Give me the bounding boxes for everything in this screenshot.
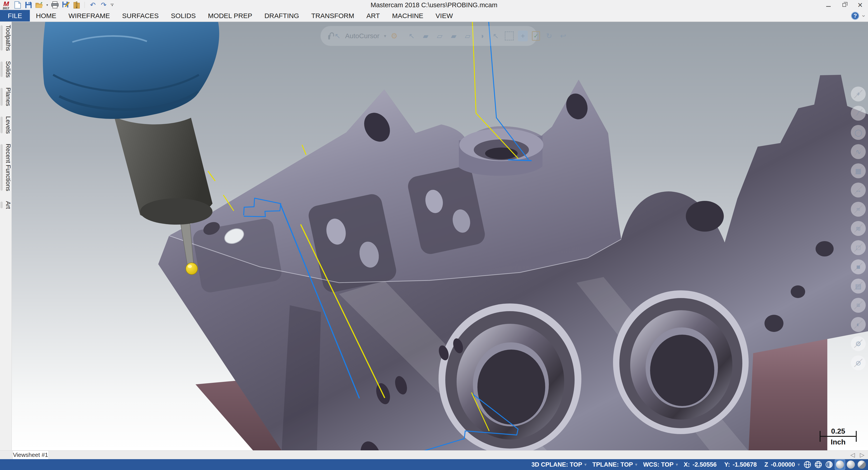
levels-icon[interactable]: ≡ [851,298,866,313]
window-controls: × [820,0,868,10]
tab-file[interactable]: FILE [0,10,30,22]
print-button[interactable] [51,1,59,9]
wcs-selector[interactable]: WCS: TOP ▾ [643,461,678,468]
select-pie-icon[interactable]: ◑ [477,31,487,41]
ribbon-tab[interactable]: MODEL PREP [202,10,258,22]
translucency-display-icon[interactable] [857,460,867,470]
display-mode-buttons [802,460,867,470]
ribbon-tabs: HOMEWIREFRAMESURFACESSOLIDSMODEL PREPDRA… [30,10,459,22]
help-button[interactable]: ? [851,12,859,20]
wireframe-display-icon[interactable] [802,460,812,470]
ribbon-tab[interactable]: TRANSFORM [305,10,360,22]
autocursor-label[interactable]: AutoCursor [345,32,379,40]
viewsheet-prev-arrow[interactable]: ◁ [850,451,855,459]
autocursor-dropdown-caret[interactable]: ▾ [384,33,386,39]
open-file-dropdown-caret[interactable]: ▾ [46,3,48,7]
select-vertex-icon[interactable]: ▱ [463,31,473,41]
undo-button[interactable]: ↶ [89,1,96,9]
x-coordinate-readout: X:-2.50556 [684,461,717,468]
y-coordinate-readout: Y:-1.50678 [724,461,757,468]
select-entity-icon[interactable]: ▰ [421,31,431,41]
shading-icon[interactable]: ◐ [851,317,866,332]
z-coordinate-readout: Z-0.00000 ▾ [765,461,800,468]
ribbon-tab[interactable]: SOLIDS [165,10,202,22]
ribbon-tab[interactable]: WIREFRAME [62,10,116,22]
panel-tab[interactable]: Levels [4,116,11,134]
select-arrow-icon[interactable]: ↖ [407,31,416,41]
panel-tab[interactable]: Toolpaths [4,25,11,51]
no-hidden-wireframe-display-icon[interactable] [813,460,823,470]
ribbon-tab[interactable]: ART [360,10,386,22]
tplane-selector[interactable]: TPLANE: TOP ▾ [592,461,638,468]
viewsheet-next-arrow[interactable]: ▷ [860,451,864,459]
lock-icon[interactable] [328,35,330,39]
solid-block-icon[interactable]: ■ [851,259,866,274]
ribbon-tab-bar: FILE HOMEWIREFRAMESURFACESSOLIDSMODEL PR… [0,10,868,22]
title-bar: M 2017 ▾ ↶ ↷ ▾ Mastercam 2018 C:\users\P… [0,0,868,10]
new-file-button[interactable] [14,1,22,9]
ribbon-tab[interactable]: HOME [30,10,62,22]
create-point-icon[interactable]: + [851,87,866,101]
shaded-edges-display-icon[interactable] [846,460,856,470]
surface-flat-icon[interactable]: ≋ [851,221,866,236]
wireframe-box-icon[interactable]: ▦ [851,163,866,178]
settings-gear-icon[interactable]: ⚙ [851,336,866,351]
z-dropdown-caret[interactable]: ▾ [798,462,800,467]
create-spline-icon[interactable]: ∿ [851,144,866,159]
regenerate-icon[interactable]: ↻ [544,31,554,41]
toolbar-separator [85,2,85,8]
clipboard-check-icon[interactable]: ✓ [532,31,540,41]
wcs-dropdown-caret[interactable]: ▾ [676,462,678,467]
dimension-icon[interactable]: ↔ [851,183,866,197]
autocursor-settings-gear-icon[interactable]: ⚙ [391,31,398,40]
quick-drawing-toolbar: +∕◯∿▦↔≈≋□■▤≡◐⚙⊘ [851,87,866,370]
manager-panel-tabs: ToolpathsSolidsPlanesLevelsRecent Functi… [0,22,12,450]
plane-icon[interactable]: ▤ [851,279,866,293]
solid-box-icon[interactable]: □ [851,240,866,255]
cplane-selector[interactable]: 3D CPLANE: TOP ▾ [531,461,587,468]
select-face-icon[interactable]: ▰ [449,31,459,41]
ribbon-tab[interactable]: VIEW [430,10,459,22]
create-surface-icon[interactable]: ≈ [851,202,866,217]
blank-operations-icon[interactable]: ⊘ [851,355,866,370]
open-file-button[interactable] [35,1,43,9]
select-validate-icon[interactable]: + [518,31,528,41]
viewport-3d-scene: 0.25 Inch [12,22,868,450]
panel-tab[interactable]: Art [4,201,11,209]
save-button[interactable] [25,1,32,9]
collapse-ribbon-icon[interactable]: › [860,15,867,17]
restore-button[interactable] [836,0,852,10]
tplane-dropdown-caret[interactable]: ▾ [635,462,637,467]
viewsheet-tab[interactable]: Viewsheet #1 [12,450,49,459]
selection-bar-icons: ↖▰▱▰▱◑↖+✓↻↩ [407,31,568,41]
window-title: Mastercam 2018 C:\users\PROBING.mcam [0,1,868,9]
mastercam-logo-icon: M 2017 [3,0,9,10]
shaded-display-icon[interactable] [835,460,845,470]
viewsheet-bar: Viewsheet #1 ◁ ▷ [0,450,868,459]
zip-to-go-button[interactable] [73,1,81,9]
undo-selection-icon[interactable]: ↩ [558,31,568,41]
autocursor-icon[interactable]: ↖ [335,31,341,41]
hidden-wireframe-display-icon[interactable] [824,460,834,470]
ribbon-tab[interactable]: MACHINE [386,10,430,22]
ribbon-tab[interactable]: DRAFTING [258,10,305,22]
create-line-icon[interactable]: ∕ [851,106,866,121]
customize-quick-access-button[interactable]: ▾ [111,4,114,6]
select-solid-body-icon[interactable]: ▱ [435,31,445,41]
close-button[interactable]: × [852,0,868,10]
status-bar: 3D CPLANE: TOP ▾ TPLANE: TOP ▾ WCS: TOP … [0,459,868,470]
panel-tab[interactable]: Planes [4,88,11,106]
panel-tab[interactable]: Solids [4,61,11,78]
graphics-viewport[interactable]: 0.25 Inch ↖ AutoCursor ▾ ⚙ ↖▰▱▰▱◑↖+✓↻↩ +… [12,22,868,450]
scale-unit: Inch [831,438,846,446]
panel-tab[interactable]: Recent Functions [4,144,11,191]
ribbon-tab[interactable]: SURFACES [116,10,165,22]
cplane-dropdown-caret[interactable]: ▾ [585,462,587,467]
select-last-icon[interactable]: ↖ [491,31,501,41]
selection-bar: ↖ AutoCursor ▾ ⚙ ↖▰▱▰▱◑↖+✓↻↩ [320,26,537,46]
select-window-icon[interactable] [505,31,514,40]
save-as-button[interactable] [62,1,70,9]
create-circle-icon[interactable]: ◯ [851,125,866,140]
redo-button[interactable]: ↷ [100,1,107,9]
minimize-button[interactable] [820,0,836,10]
